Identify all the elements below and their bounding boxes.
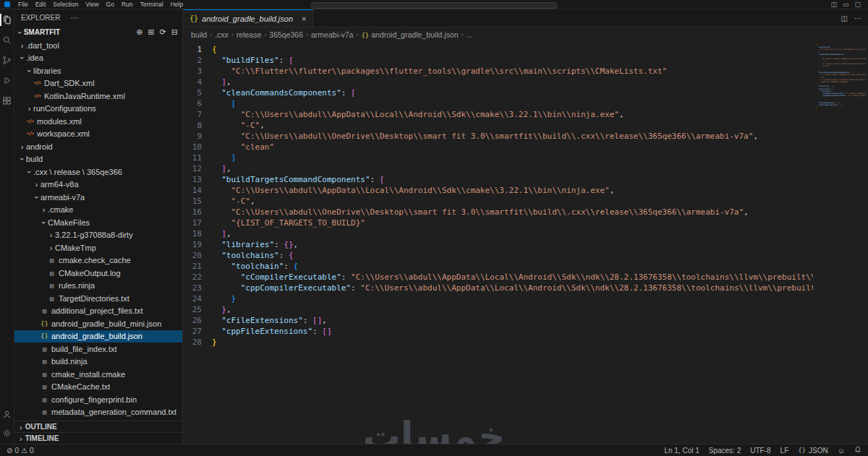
line-number[interactable]: 14 (183, 185, 202, 196)
more-actions-icon[interactable]: ⋯ (854, 14, 861, 22)
line-number[interactable]: 10 (183, 142, 202, 152)
line-number[interactable]: 6 (183, 98, 202, 109)
line-number[interactable]: 5 (183, 87, 202, 98)
line-number[interactable]: 2 (183, 55, 202, 66)
code-line[interactable]: "-C", (212, 120, 840, 131)
tree-item[interactable]: ▤CMakeCache.txt (14, 381, 182, 394)
feedback-smiley-icon[interactable]: ☺ (838, 447, 845, 455)
line-number[interactable]: 4 (183, 77, 202, 87)
language-mode[interactable]: {} JSON (798, 447, 828, 455)
tree-item[interactable]: {}android_gradle_build_mini.json (14, 317, 182, 330)
breadcrumb-item[interactable]: ... (467, 30, 473, 39)
tree-item[interactable]: ›.cxx \ release \ 365qe366 (14, 165, 182, 178)
menu-item-view[interactable]: View (85, 1, 98, 8)
tree-item[interactable]: ▤metadata_generation_command.txt (14, 406, 182, 419)
code-line[interactable]: "toolchain": { (212, 261, 840, 272)
run-debug-icon[interactable] (0, 76, 14, 85)
code-line[interactable]: "clean" (212, 142, 840, 152)
line-number[interactable]: 7 (183, 109, 202, 120)
explorer-more-icon[interactable]: ⋯ (70, 13, 78, 22)
code-line[interactable]: "cFileExtensions": [], (212, 315, 840, 326)
status-item[interactable]: Ln 1, Col 1 (664, 447, 699, 455)
line-number[interactable]: 1 (183, 44, 202, 55)
code-line[interactable]: "buildFiles": [ (212, 55, 840, 66)
menu-item-go[interactable]: Go (106, 1, 114, 8)
line-number[interactable]: 13 (183, 174, 202, 185)
tree-item[interactable]: ›.idea (14, 52, 182, 65)
line-number[interactable]: 17 (183, 218, 202, 228)
search-icon[interactable] (0, 35, 14, 45)
layout-control-icon-2[interactable]: ▭ (843, 1, 849, 8)
line-number[interactable]: 8 (183, 120, 202, 131)
code-line[interactable]: } (816, 106, 867, 108)
line-number[interactable]: 27 (183, 326, 202, 337)
timeline-section[interactable]: › TIMELINE (14, 432, 182, 444)
menu-item-edit[interactable]: Edit (35, 1, 46, 8)
code-line[interactable]: "C:\\Flutter\\flutter\\packages\\flutter… (212, 66, 840, 77)
breadcrumb-item[interactable]: 365qe366 (269, 30, 303, 39)
tree-item[interactable]: ›CMakeTmp (14, 241, 182, 254)
line-number[interactable]: 3 (183, 66, 202, 77)
line-number[interactable]: 18 (183, 228, 202, 239)
notifications-bell-icon[interactable] (854, 446, 861, 455)
account-icon[interactable] (0, 410, 14, 419)
code-line[interactable]: "C:\\Users\\abdul\\OneDrive\\Desktop\\sm… (212, 131, 840, 142)
code-line[interactable]: "toolchains": { (212, 250, 840, 261)
source-control-icon[interactable] (0, 56, 14, 65)
tree-item[interactable]: ›armeabi-v7a (14, 191, 182, 204)
tab-android-gradle-build-json[interactable]: {} android_gradle_build.json × (183, 9, 313, 27)
line-number[interactable]: 26 (183, 315, 202, 326)
status-item[interactable]: Spaces: 2 (709, 447, 741, 455)
project-section-header[interactable]: › SMARTFIT ⊕ ⊞ ⟳ ⊟ (14, 25, 182, 39)
close-icon[interactable]: × (302, 14, 306, 23)
tree-item[interactable]: ▤build_file_index.txt (14, 343, 182, 356)
code-line[interactable]: "{LIST_OF_TARGETS_TO_BUILD}" (212, 218, 840, 228)
code-line[interactable]: "buildTargetsCommandComponents": [ (212, 174, 840, 185)
split-editor-icon[interactable]: ◫ (841, 14, 848, 22)
code-line[interactable]: "cppFileExtensions": [] (212, 326, 840, 337)
code-line[interactable]: "cleanCommandsComponents": [ (212, 87, 840, 98)
status-item[interactable]: UTF-8 (750, 447, 770, 455)
line-number[interactable]: 12 (183, 163, 202, 174)
menu-item-run[interactable]: Run (122, 1, 133, 8)
tree-item[interactable]: </>workspace.xml (14, 128, 182, 141)
extensions-icon[interactable] (0, 96, 14, 106)
line-number[interactable]: 11 (183, 152, 202, 163)
command-center[interactable] (311, 2, 557, 9)
code-line[interactable]: "-C", (212, 196, 840, 207)
breadcrumb-item[interactable]: release (237, 30, 261, 39)
code-line[interactable]: } (212, 337, 840, 348)
tree-item[interactable]: ›3.22.1-g37088a8-dirty (14, 229, 182, 242)
tree-item[interactable]: ▤TargetDirectories.txt (14, 292, 182, 305)
tree-item[interactable]: </>KotlinJavaRuntime.xml (14, 90, 182, 103)
tree-item[interactable]: ›android (14, 140, 182, 153)
code-line[interactable]: ] (212, 152, 840, 163)
menu-item-help[interactable]: Help (171, 1, 183, 8)
outline-section[interactable]: › OUTLINE (14, 421, 182, 432)
breadcrumb-item[interactable]: {}android_gradle_build.json (361, 30, 458, 39)
tree-item[interactable]: ›CMakeFiles (14, 216, 182, 229)
code-line[interactable]: "libraries": {}, (212, 239, 840, 250)
tree-item[interactable]: ›runConfigurations (14, 103, 182, 116)
tree-item[interactable]: ▤CMakeOutput.log (14, 267, 182, 280)
code-line[interactable]: "cCompilerExecutable": "C:\\Users\\abdul… (212, 272, 840, 283)
code-line[interactable]: "cppCompilerExecutable": "C:\\Users\\abd… (816, 95, 867, 97)
new-folder-icon[interactable]: ⊞ (148, 27, 154, 37)
line-number[interactable]: 21 (183, 261, 202, 272)
line-number[interactable]: 15 (183, 196, 202, 207)
tree-item-selected[interactable]: {}android_gradle_build.json (14, 330, 182, 343)
collapse-all-icon[interactable]: ⊟ (171, 27, 178, 37)
line-number[interactable]: 24 (183, 293, 202, 304)
code-line[interactable]: { (212, 44, 840, 55)
layout-control-icon-1[interactable]: ◫ (830, 1, 837, 8)
line-number[interactable]: 28 (183, 337, 202, 348)
code-editor[interactable]: 1234567891011121314151617181920212223242… (183, 42, 868, 444)
code-line[interactable]: [ (212, 98, 840, 109)
line-number[interactable]: 23 (183, 283, 202, 293)
status-item[interactable]: LF (780, 447, 789, 455)
menu-item-file[interactable]: File (18, 1, 28, 8)
breadcrumb-item[interactable]: build (191, 30, 207, 39)
tree-item[interactable]: ▤additional_project_files.txt (14, 305, 182, 318)
breadcrumb-item[interactable]: armeabi-v7a (311, 30, 353, 39)
code-line[interactable]: }, (212, 304, 840, 315)
